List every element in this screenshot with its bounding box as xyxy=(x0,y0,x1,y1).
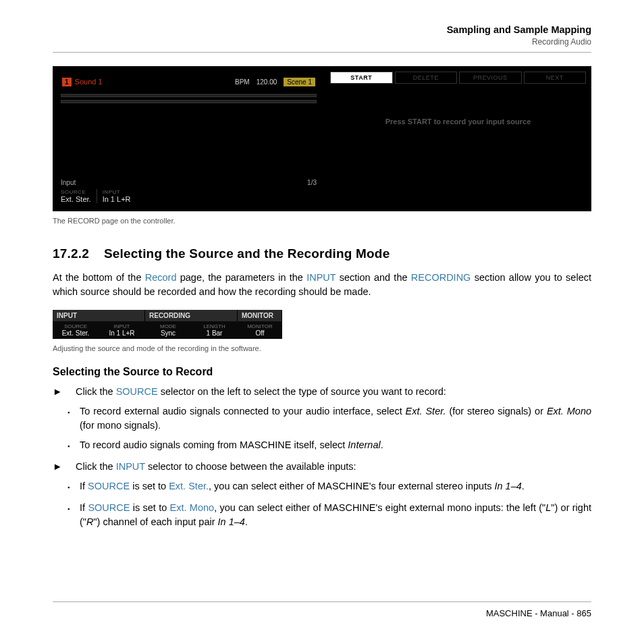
list-item: ► Click the SOURCE selector on the left … xyxy=(53,385,591,399)
mode-col: MODESync xyxy=(145,323,191,337)
instruction-list: ► Click the SOURCE selector on the left … xyxy=(53,385,591,529)
bpm-scene-row: BPM 120.00 Scene 1 xyxy=(235,78,315,86)
next-button: NEXT xyxy=(524,72,587,84)
list-item: ▪ If SOURCE is set to Ext. Ster., you ca… xyxy=(53,479,591,495)
sound-number: 1 xyxy=(62,78,72,86)
bullet-icon: ▪ xyxy=(68,501,80,529)
figure-caption: The RECORD page on the controller. xyxy=(53,217,591,225)
param-label: INPUT xyxy=(103,189,131,195)
controller-screenshot: 1 Sound 1 BPM 120.00 Scene 1 Input 1/3 S… xyxy=(53,66,591,211)
arrow-icon: ► xyxy=(53,460,76,474)
record-link: Record xyxy=(145,272,177,283)
figure-caption: Adjusting the source and mode of the rec… xyxy=(53,344,591,352)
input-link: INPUT xyxy=(116,461,145,472)
input-link: INPUT xyxy=(306,272,336,283)
section-name: Recording Audio xyxy=(53,37,591,47)
bpm-label: BPM xyxy=(235,78,250,86)
bullet-icon: ▪ xyxy=(68,479,80,495)
input-header: INPUT xyxy=(53,310,145,321)
list-item: ► Click the INPUT selector to choose bet… xyxy=(53,460,591,474)
controller-right-screen: START DELETE PREVIOUS NEXT Press START t… xyxy=(330,72,586,206)
controller-left-screen: 1 Sound 1 BPM 120.00 Scene 1 Input 1/3 S… xyxy=(58,72,319,206)
bullet-icon: ▪ xyxy=(68,404,80,433)
param-label: SOURCE xyxy=(61,189,91,195)
param-value: Ext. Ster. xyxy=(61,195,91,203)
input-col: INPUTIn 1 L+R xyxy=(99,323,145,337)
page-header: Sampling and Sample Mapping Recording Au… xyxy=(53,24,591,47)
source-col: SOURCEExt. Ster. xyxy=(53,323,99,337)
section-heading: 17.2.2 Selecting the Source and the Reco… xyxy=(53,246,591,261)
start-button: START xyxy=(330,72,393,84)
param-value: In 1 L+R xyxy=(103,195,131,203)
software-body-row: SOURCEExt. Ster. INPUTIn 1 L+R MODESync … xyxy=(53,321,282,339)
param-row: SOURCE Ext. Ster. INPUT In 1 L+R xyxy=(61,189,317,203)
bullet-icon: ▪ xyxy=(68,438,80,454)
source-link: SOURCE xyxy=(116,386,158,397)
recording-link: RECORDING xyxy=(411,272,471,283)
monitor-header: MONITOR xyxy=(238,310,282,321)
arrow-icon: ► xyxy=(53,385,76,399)
monitor-col: MONITOROff xyxy=(238,323,282,337)
subheading: Selecting the Source to Record xyxy=(53,366,591,378)
page-indicator: 1/3 xyxy=(307,179,317,186)
progress-bar xyxy=(61,100,317,103)
paragraph: At the bottom of the Record page, the pa… xyxy=(53,271,591,299)
button-row: START DELETE PREVIOUS NEXT xyxy=(330,72,586,84)
length-col: LENGTH1 Bar xyxy=(191,323,238,337)
software-screenshot: INPUT RECORDING MONITOR SOURCEExt. Ster.… xyxy=(53,310,282,339)
progress-bar xyxy=(61,94,317,97)
press-start-message: Press START to record your input source xyxy=(330,117,586,126)
progress-bars xyxy=(61,94,317,103)
input-param: INPUT In 1 L+R xyxy=(103,189,136,203)
page-footer: MASCHINE - Manual - 865 xyxy=(486,608,591,618)
sound-name: Sound 1 xyxy=(75,78,103,86)
scene-chip: Scene 1 xyxy=(284,78,315,86)
delete-button: DELETE xyxy=(395,72,458,84)
list-item: ▪ To record audio signals coming from MA… xyxy=(53,438,591,454)
sound-indicator: 1 Sound 1 xyxy=(62,78,103,86)
list-item: ▪ If SOURCE is set to Ext. Mono, you can… xyxy=(53,501,591,529)
chapter-title: Sampling and Sample Mapping xyxy=(53,24,591,35)
source-param: SOURCE Ext. Ster. xyxy=(61,189,97,203)
previous-button: PREVIOUS xyxy=(459,72,522,84)
divider xyxy=(53,601,591,602)
input-section-label: Input xyxy=(61,179,76,186)
section-number: 17.2.2 xyxy=(53,246,89,261)
software-header-row: INPUT RECORDING MONITOR xyxy=(53,310,282,321)
list-item: ▪ To record external audio signals conne… xyxy=(53,404,591,433)
section-title: Selecting the Source and the Recording M… xyxy=(104,246,390,261)
divider xyxy=(53,52,591,53)
bpm-value: 120.00 xyxy=(257,78,277,86)
recording-header: RECORDING xyxy=(145,310,238,321)
